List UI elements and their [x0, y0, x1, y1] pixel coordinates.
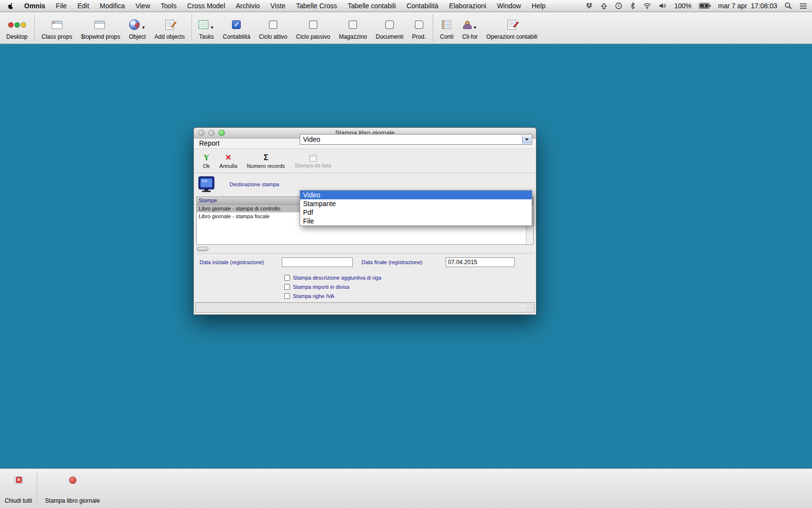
spotlight-icon[interactable]	[784, 2, 792, 10]
tasks-icon: ▼	[199, 17, 214, 32]
battery-icon[interactable]	[699, 3, 711, 9]
cancel-x-icon: ✕	[225, 153, 232, 162]
toolbar-button-add-objects[interactable]: Add objects	[150, 12, 189, 44]
toolbar-button-topwind-props[interactable]: $topwind props	[76, 12, 124, 44]
menu-elaborazioni[interactable]: Elaborazioni	[444, 0, 492, 12]
object-icon: ▼	[129, 17, 145, 32]
toolbar-button-prod[interactable]: Prod.	[408, 12, 431, 44]
stampa-libro-giornale-window: Stampa libro giornale Report Y Ok ✕ Annu…	[193, 127, 536, 315]
dropdown-option-stampante[interactable]: Stampante	[300, 199, 532, 208]
close-window-button[interactable]	[198, 130, 204, 136]
documenti-icon	[385, 17, 394, 32]
numero-records-label: Numero records	[247, 163, 285, 169]
toolbar-group-design: Class props $topwind props ▼ Object Add …	[37, 12, 189, 44]
bluetooth-icon[interactable]	[630, 2, 636, 10]
class-props-icon	[52, 17, 62, 32]
ok-label: Ok	[203, 163, 210, 169]
taskbar-item-chiudi-tutti[interactable]: Chiudi tutti	[0, 469, 37, 508]
dropdown-arrow-icon[interactable]	[522, 135, 531, 144]
data-finale-input[interactable]	[446, 257, 515, 267]
menu-window[interactable]: Window	[492, 0, 526, 12]
checkbox-row: Stampa righe IVA	[284, 293, 334, 299]
magazzino-icon	[348, 17, 357, 32]
toolbar-button-ciclo-passivo[interactable]: Ciclo passivo	[292, 12, 335, 44]
toolbar-button-magazzino[interactable]: Magazzino	[334, 12, 371, 44]
chevron-down-icon: ▼	[473, 25, 477, 32]
ok-button[interactable]: Y Ok	[199, 151, 214, 170]
toolbar-button-label: $topwind props	[81, 33, 120, 40]
toolbar-button-label: Object	[129, 33, 146, 40]
menu-contabilita[interactable]: Contabilità	[401, 0, 444, 12]
menu-edit[interactable]: Edit	[72, 0, 94, 12]
volume-icon[interactable]	[659, 2, 667, 9]
menu-bar: Omnis File Edit Modifica View Tools Cros…	[0, 0, 812, 12]
menu-help[interactable]: Help	[526, 0, 551, 12]
menu-view[interactable]: View	[130, 0, 155, 12]
data-iniziale-input[interactable]	[282, 257, 353, 267]
checkbox-label: Stampa righe IVA	[293, 293, 334, 299]
toolbar-button-cli-for[interactable]: ▼ Cli-for	[458, 12, 482, 44]
apple-menu[interactable]	[5, 2, 19, 10]
dialog-toolbar: Y Ok ✕ Annulla Σ Numero records Stampa d…	[194, 149, 536, 173]
toolbar-button-label: Ciclo attivo	[259, 33, 288, 40]
dropbox-icon[interactable]	[585, 2, 593, 10]
destinazione-stampa-dropdown[interactable]: Video	[300, 134, 532, 145]
annulla-button[interactable]: ✕ Annulla	[215, 151, 242, 170]
menu-date: mar 7 apr	[718, 2, 747, 10]
taskbar-item-label: Stampa libro giornale	[45, 497, 100, 504]
toolbar-separator	[191, 14, 192, 42]
toolbar-button-label: Contabilità	[223, 33, 250, 40]
menu-tabelle-contabili[interactable]: Tabelle contabili	[342, 0, 401, 12]
time-machine-icon[interactable]	[615, 2, 623, 10]
menu-cross-model[interactable]: Cross Model	[182, 0, 231, 12]
menu-status-area: 100% mar 7 apr 17:08:03	[585, 2, 807, 10]
numero-records-button[interactable]: Σ Numero records	[243, 151, 290, 170]
toolbar-button-ciclo-attivo[interactable]: Ciclo attivo	[255, 12, 292, 44]
menu-omnis[interactable]: Omnis	[19, 0, 51, 12]
zoom-window-button[interactable]	[218, 130, 225, 136]
toolbar-group-contabilita: Conti ▼ Cli-for Operazioni contabili	[435, 12, 541, 44]
toolbar-button-label: Documenti	[376, 33, 403, 40]
data-finale-label: Data finale (registrazione)	[362, 257, 422, 267]
eject-icon[interactable]	[600, 2, 608, 10]
data-iniziale-label: Data iniziale (registrazione)	[200, 257, 264, 267]
chevron-down-icon: ▼	[141, 25, 145, 32]
window-icon	[309, 155, 317, 162]
main-toolbar: Desktop Class props $topwind props ▼ Obj…	[0, 12, 812, 44]
annulla-label: Annulla	[219, 163, 237, 169]
dropdown-option-file[interactable]: File	[300, 217, 532, 225]
menu-archivio[interactable]: Archivio	[231, 0, 265, 12]
horizontal-scrollbar-thumb[interactable]	[197, 247, 208, 251]
menu-file[interactable]: File	[51, 0, 72, 12]
stampa-righe-iva-checkbox[interactable]	[284, 293, 290, 299]
toolbar-group-desktop: Desktop	[2, 12, 32, 44]
menu-tabelle-cross[interactable]: Tabelle Cross	[290, 0, 342, 12]
dropdown-option-pdf[interactable]: Pdf	[300, 208, 532, 217]
destination-dropdown-list: Video Stampante Pdf File	[300, 190, 532, 226]
toolbar-button-object[interactable]: ▼ Object	[125, 12, 150, 44]
taskbar-item-stampa-libro-giornale[interactable]: Stampa libro giornale	[37, 469, 108, 508]
notification-list-icon[interactable]	[799, 3, 807, 9]
menu-modifica[interactable]: Modifica	[94, 0, 130, 12]
stampa-descrizione-checkbox[interactable]	[284, 275, 290, 281]
toolbar-button-desktop[interactable]: Desktop	[2, 12, 32, 44]
report-menu[interactable]: Report	[199, 139, 219, 147]
stampa-importi-divisa-checkbox[interactable]	[284, 284, 290, 290]
conti-icon	[442, 17, 451, 32]
toolbar-button-tasks[interactable]: ▼ Tasks	[194, 12, 218, 44]
toolbar-button-contabilita[interactable]: ✓ Contabilità	[218, 12, 255, 44]
minimize-window-button[interactable]	[208, 130, 215, 136]
wifi-icon[interactable]	[643, 2, 652, 9]
toolbar-button-documenti[interactable]: Documenti	[371, 12, 407, 44]
resize-grip[interactable]	[525, 303, 534, 312]
toolbar-button-conti[interactable]: Conti	[435, 12, 458, 44]
checkbox-label: Stampa importi in divisa	[293, 284, 349, 290]
menu-tools[interactable]: Tools	[156, 0, 182, 12]
window-red-dot-icon	[69, 477, 76, 484]
toolbar-button-operazioni-contabili[interactable]: Operazioni contabili	[482, 12, 541, 44]
prod-icon	[415, 17, 423, 32]
menu-viste[interactable]: Viste	[265, 0, 291, 12]
dropdown-option-video[interactable]: Video	[300, 191, 532, 199]
menu-clock[interactable]: mar 7 apr 17:08:03	[718, 2, 777, 10]
toolbar-button-class-props[interactable]: Class props	[37, 12, 76, 44]
